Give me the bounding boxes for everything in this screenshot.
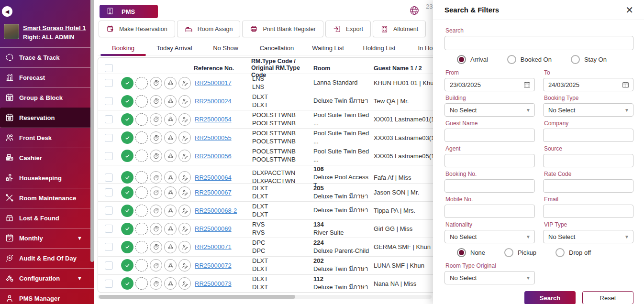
confirmed-check-icon[interactable] (121, 205, 133, 217)
select-vip-type[interactable]: No Select▼ (543, 230, 633, 243)
reference-link[interactable]: RR25000017 (194, 79, 232, 87)
tab-cancellation[interactable]: Cancellation (251, 42, 302, 55)
row-checkbox[interactable] (105, 79, 113, 87)
trace-dashed-icon[interactable] (135, 223, 148, 235)
toolbar-button-allotment[interactable]: Allotment (373, 21, 426, 37)
trace-dashed-icon[interactable] (135, 113, 148, 126)
timer-icon[interactable] (150, 171, 162, 184)
registration-icon[interactable] (178, 77, 191, 89)
confirmed-check-icon[interactable] (121, 259, 133, 271)
trace-dashed-icon[interactable] (135, 186, 148, 199)
reference-link[interactable]: RR25000072 (194, 262, 232, 269)
timer-icon[interactable] (150, 259, 162, 271)
sidebar-item-trace-track[interactable]: Trace & Track (0, 47, 94, 67)
toolbar-button-export[interactable]: Export (325, 21, 371, 37)
radio-stay-on[interactable]: Stay On (571, 55, 607, 64)
tab-waiting-list[interactable]: Waiting List (302, 42, 354, 55)
reference-link[interactable]: RR25000069 (194, 225, 232, 232)
input-search[interactable] (444, 36, 633, 50)
trace-dashed-icon[interactable] (135, 131, 148, 144)
group-share-icon[interactable] (164, 77, 177, 89)
row-checkbox[interactable] (105, 280, 113, 288)
registration-icon[interactable] (178, 95, 191, 108)
timer-icon[interactable] (150, 186, 162, 199)
group-share-icon[interactable] (164, 223, 177, 235)
input-company[interactable] (543, 129, 633, 142)
select-room-type-original[interactable]: No Select▼ (444, 271, 535, 284)
registration-icon[interactable] (178, 171, 191, 184)
reference-link[interactable]: RR25000054 (194, 116, 232, 123)
timer-icon[interactable] (150, 113, 162, 126)
timer-icon[interactable] (150, 77, 162, 89)
tab-no-show[interactable]: No Show (200, 42, 251, 55)
timer-icon[interactable] (150, 95, 162, 108)
sidebar-item-forecast[interactable]: Forecast (0, 67, 94, 87)
sidebar-item-housekeeping[interactable]: Housekeeping (0, 168, 94, 188)
reference-link[interactable]: RR25000064 (194, 174, 232, 181)
confirmed-check-icon[interactable] (121, 131, 133, 144)
registration-icon[interactable] (178, 241, 191, 253)
group-share-icon[interactable] (164, 241, 177, 253)
group-share-icon[interactable] (164, 150, 177, 162)
select-building[interactable]: No Select▼ (444, 103, 535, 117)
toolbar-button-print-blank-register[interactable]: Print Blank Register (242, 21, 323, 37)
tab-holding-list[interactable]: Holding List (354, 42, 405, 55)
group-share-icon[interactable] (164, 171, 177, 184)
reference-link[interactable]: RR25000073 (194, 280, 232, 287)
trace-dashed-icon[interactable] (135, 241, 148, 253)
pms-module-button[interactable]: PMS (100, 5, 158, 18)
tab-today-arrival[interactable]: Today Arrival (149, 42, 200, 55)
input-source[interactable] (543, 154, 633, 167)
toolbar-button-make-reservation[interactable]: Make Reservation (99, 21, 175, 37)
row-checkbox[interactable] (105, 152, 113, 160)
input-agent[interactable] (444, 154, 535, 167)
sidebar-item-group-block[interactable]: Group & Block (0, 87, 94, 108)
reference-link[interactable]: RR25000067 (194, 189, 232, 196)
sidebar-item-pms-manager[interactable]: PMS Manager (0, 288, 94, 304)
input-rate-code[interactable] (543, 179, 633, 193)
confirmed-check-icon[interactable] (121, 171, 133, 184)
input-to[interactable]: 24/03/2025 (543, 78, 633, 91)
confirmed-check-icon[interactable] (121, 113, 133, 126)
reference-link[interactable]: RR25000024 (194, 98, 232, 105)
trace-dashed-icon[interactable] (135, 77, 148, 89)
sidebar-item-audit-end-of-day[interactable]: Audit & End Of Day (0, 248, 94, 268)
trace-dashed-icon[interactable] (135, 171, 148, 184)
registration-icon[interactable] (178, 186, 191, 199)
reset-button[interactable]: Reset (582, 291, 633, 304)
registration-icon[interactable] (178, 150, 191, 162)
input-booking-no[interactable] (444, 179, 535, 193)
row-checkbox[interactable] (105, 206, 113, 215)
confirmed-check-icon[interactable] (121, 186, 133, 199)
confirmed-check-icon[interactable] (121, 150, 133, 162)
confirmed-check-icon[interactable] (121, 95, 133, 108)
row-checkbox[interactable] (105, 188, 113, 196)
registration-icon[interactable] (178, 205, 191, 217)
registration-icon[interactable] (178, 131, 191, 144)
collapse-sidebar-button[interactable]: ◀ (2, 6, 12, 17)
tab-booking[interactable]: Booking (98, 42, 149, 55)
radio-arrival[interactable]: Arrival (457, 55, 488, 64)
radio-none[interactable]: None (457, 248, 485, 257)
select-all-checkbox[interactable] (105, 64, 113, 72)
reference-link[interactable]: RR25000055 (194, 134, 232, 141)
trace-dashed-icon[interactable] (135, 205, 148, 217)
timer-icon[interactable] (150, 131, 162, 144)
radio-booked-on[interactable]: Booked On (507, 55, 552, 64)
group-share-icon[interactable] (164, 186, 177, 199)
sidebar-scrollbar[interactable] (90, 0, 94, 262)
row-checkbox[interactable] (105, 115, 113, 123)
trace-dashed-icon[interactable] (135, 277, 148, 290)
search-button[interactable]: Search (524, 291, 576, 304)
sidebar-item-configuration[interactable]: Configuration▼ (0, 268, 94, 288)
input-from[interactable]: 23/03/2025 (444, 78, 535, 91)
row-checkbox[interactable] (105, 261, 113, 270)
row-checkbox[interactable] (105, 134, 113, 142)
trace-dashed-icon[interactable] (135, 95, 148, 108)
group-share-icon[interactable] (164, 113, 177, 126)
registration-icon[interactable] (178, 277, 191, 290)
group-share-icon[interactable] (164, 95, 177, 108)
row-checkbox[interactable] (105, 243, 113, 251)
close-icon[interactable]: ✕ (625, 5, 633, 15)
language-globe-icon[interactable] (409, 5, 420, 16)
